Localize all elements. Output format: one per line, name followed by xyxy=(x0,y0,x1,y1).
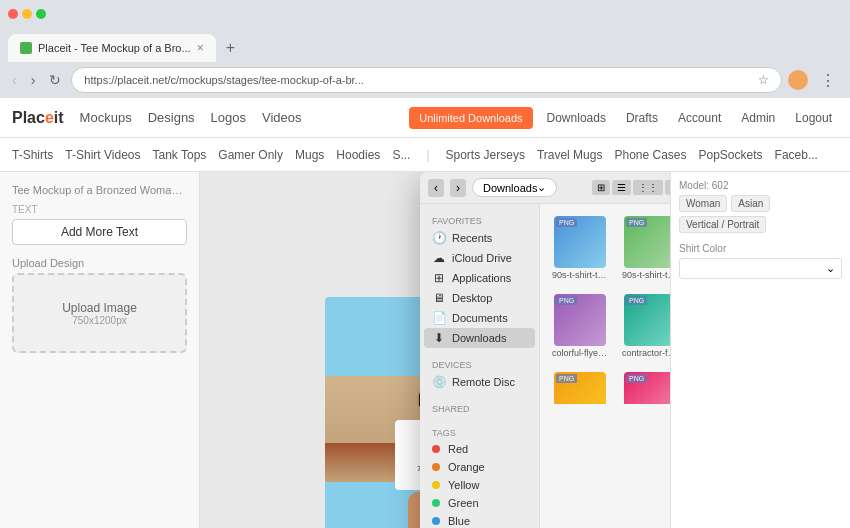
nav-logos[interactable]: Logos xyxy=(211,110,246,125)
sidebar-item-desktop[interactable]: 🖥 Desktop xyxy=(424,288,535,308)
desktop-label: Desktop xyxy=(452,292,492,304)
tag-orange[interactable]: Orange xyxy=(424,458,535,476)
dialog-toolbar: ‹ › Downloads ⌄ ⊞ ☰ ⋮⋮ ▤ ↑ xyxy=(420,172,670,204)
url-bar[interactable]: https://placeit.net/c/mockups/stages/tee… xyxy=(71,67,782,93)
tab-close-button[interactable]: × xyxy=(197,41,204,55)
png-badge-1: PNG xyxy=(626,218,647,227)
tag-woman[interactable]: Woman xyxy=(679,195,727,212)
upload-box-size: 750x1200px xyxy=(72,315,127,326)
bookmark-icon[interactable]: ☆ xyxy=(758,73,769,87)
tag-asian[interactable]: Asian xyxy=(731,195,770,212)
tag-red[interactable]: Red xyxy=(424,440,535,458)
file-item-9[interactable]: PNG online-flyer-maker-f...856e.png xyxy=(618,368,670,404)
new-tab-button[interactable]: + xyxy=(218,39,243,57)
file-item-0[interactable]: PNG 90s-t-shirt-templat...6 (2).png xyxy=(548,212,612,284)
cat-gamer[interactable]: Gamer Only xyxy=(218,146,283,164)
profile-avatar[interactable] xyxy=(788,70,808,90)
file-thumb-9: PNG xyxy=(624,372,670,404)
chevron-down-icon: ⌄ xyxy=(537,181,546,194)
tab-title: Placeit - Tee Mockup of a Bro... xyxy=(38,42,191,54)
file-name-5: contractor-flyer-design-t...856.png xyxy=(622,348,670,358)
browser-menu-button[interactable]: ⋮ xyxy=(814,69,842,92)
logo-dot: e xyxy=(45,109,54,126)
tag-yellow-label: Yellow xyxy=(448,479,479,491)
cat-tank-tops[interactable]: Tank Tops xyxy=(153,146,207,164)
dialog-location[interactable]: Downloads ⌄ xyxy=(472,178,557,197)
sidebar-item-recents[interactable]: 🕐 Recents xyxy=(424,228,535,248)
add-more-text-button[interactable]: Add More Text xyxy=(12,219,187,245)
devices-label: Devices xyxy=(424,356,535,372)
model-label: Model: 602 xyxy=(679,180,842,191)
tag-blue[interactable]: Blue xyxy=(424,512,535,528)
account-link[interactable]: Account xyxy=(672,107,727,129)
back-button[interactable]: ‹ xyxy=(8,70,21,90)
cat-travel-mugs[interactable]: Travel Mugs xyxy=(537,146,603,164)
sidebar-item-documents[interactable]: 📄 Documents xyxy=(424,308,535,328)
drafts-link[interactable]: Drafts xyxy=(620,107,664,129)
downloads-link[interactable]: Downloads xyxy=(541,107,612,129)
cat-popsockets[interactable]: PopSockets xyxy=(699,146,763,164)
file-item-8[interactable]: PNG online-flyer-maker-f...434f.png xyxy=(548,368,612,404)
text-section-label: Text xyxy=(12,204,187,215)
view-cover-button[interactable]: ▤ xyxy=(665,180,670,195)
sidebar-item-remote-disc[interactable]: 💿 Remote Disc xyxy=(424,372,535,392)
nav-mockups[interactable]: Mockups xyxy=(80,110,132,125)
cat-tshirts[interactable]: T-Shirts xyxy=(12,146,53,164)
tag-orange-label: Orange xyxy=(448,461,485,473)
file-name-0: 90s-t-shirt-templat...6 (2).png xyxy=(552,270,608,280)
logout-link[interactable]: Logout xyxy=(789,107,838,129)
nav-designs[interactable]: Designs xyxy=(148,110,195,125)
main-content: UPLOADYOURIMAGE750x200px ‹ › Downloads xyxy=(200,172,670,528)
tag-vertical[interactable]: Vertical / Portrait xyxy=(679,216,766,233)
sidebar-item-downloads[interactable]: ⬇ Downloads xyxy=(424,328,535,348)
upload-box[interactable]: Upload Image 750x1200px xyxy=(12,273,187,353)
browser-tab[interactable]: Placeit - Tee Mockup of a Bro... × xyxy=(8,34,216,62)
sidebar-item-icloud[interactable]: ☁ iCloud Drive xyxy=(424,248,535,268)
remote-disc-icon: 💿 xyxy=(432,375,446,389)
forward-button[interactable]: › xyxy=(27,70,40,90)
shirt-color-picker[interactable]: ⌄ xyxy=(679,258,842,279)
shirt-color-section: Shirt Color ⌄ xyxy=(679,243,842,279)
view-icon-button[interactable]: ⊞ xyxy=(592,180,610,195)
nav-videos[interactable]: Videos xyxy=(262,110,302,125)
view-column-button[interactable]: ⋮⋮ xyxy=(633,180,663,195)
breadcrumb-text: Tee Mockup of a Bronzed Woman Sitting by… xyxy=(12,184,187,196)
url-text: https://placeit.net/c/mockups/stages/tee… xyxy=(84,74,754,86)
file-thumb-0: PNG xyxy=(554,216,606,268)
tag-yellow[interactable]: Yellow xyxy=(424,476,535,494)
sidebar-item-applications[interactable]: ⊞ Applications xyxy=(424,268,535,288)
file-item-5[interactable]: PNG contractor-flyer-design-t...856.png xyxy=(618,290,670,362)
file-item-4[interactable]: PNG colorful-flyer-maker-f...119c.png xyxy=(548,290,612,362)
png-badge-8: PNG xyxy=(556,374,577,383)
tag-green[interactable]: Green xyxy=(424,494,535,512)
cat-mugs[interactable]: Mugs xyxy=(295,146,324,164)
cat-tshirt-videos[interactable]: T-Shirt Videos xyxy=(65,146,140,164)
tag-green-label: Green xyxy=(448,497,479,509)
cat-hoodies[interactable]: Hoodies xyxy=(336,146,380,164)
png-badge-4: PNG xyxy=(556,296,577,305)
refresh-button[interactable]: ↻ xyxy=(45,70,65,90)
tag-blue-label: Blue xyxy=(448,515,470,527)
left-sidebar: Tee Mockup of a Bronzed Woman Sitting by… xyxy=(0,172,200,528)
unlimited-downloads-button[interactable]: Unlimited Downloads xyxy=(409,107,532,129)
file-name-1: 90s-t-shirt-template-a8.png xyxy=(622,270,670,280)
cat-more[interactable]: S... xyxy=(392,146,410,164)
minimize-dot[interactable] xyxy=(22,9,32,19)
shirt-color-label: Shirt Color xyxy=(679,243,842,254)
admin-link[interactable]: Admin xyxy=(735,107,781,129)
file-item-1[interactable]: PNG 90s-t-shirt-template-a8.png xyxy=(618,212,670,284)
icloud-icon: ☁ xyxy=(432,251,446,265)
dialog-forward-button[interactable]: › xyxy=(450,179,466,197)
icloud-label: iCloud Drive xyxy=(452,252,512,264)
cat-phone-cases[interactable]: Phone Cases xyxy=(614,146,686,164)
blue-dot xyxy=(432,517,440,525)
right-sidebar: Model: 602 Woman Asian Vertical / Portra… xyxy=(670,172,850,528)
maximize-dot[interactable] xyxy=(36,9,46,19)
cat-sports-jerseys[interactable]: Sports Jerseys xyxy=(446,146,525,164)
dialog-view-buttons: ⊞ ☰ ⋮⋮ ▤ xyxy=(592,180,670,195)
app-header: Placeit Mockups Designs Logos Videos Unl… xyxy=(0,98,850,138)
dialog-back-button[interactable]: ‹ xyxy=(428,179,444,197)
cat-facebook[interactable]: Faceb... xyxy=(775,146,818,164)
close-dot[interactable] xyxy=(8,9,18,19)
view-list-button[interactable]: ☰ xyxy=(612,180,631,195)
